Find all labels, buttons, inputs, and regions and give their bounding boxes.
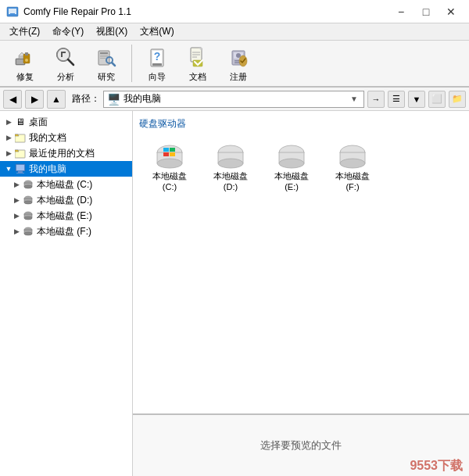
svg-rect-2 — [10, 13, 15, 14]
drive-label-e: 本地磁盘 (E:) — [268, 170, 315, 191]
svg-rect-15 — [100, 55, 108, 55]
svg-rect-6 — [25, 52, 28, 55]
toolbar: 修复 分析 研究 — [0, 41, 469, 88]
tree-label-mycomputer: 我的电脑 — [29, 163, 66, 176]
tree-item-drive-e[interactable]: ▶ 本地磁盘 (E:) — [0, 208, 132, 224]
drive-item-d[interactable]: 本地磁盘 (D:) — [203, 140, 258, 195]
nav-bar: ◀ ▶ ▲ 路径： 🖥️ ▼ → ☰ ▼ ⬜ 📁 — [0, 88, 469, 111]
svg-point-46 — [24, 185, 32, 188]
path-input[interactable] — [124, 94, 345, 105]
tree-expand-mydocs: ▶ — [3, 132, 14, 143]
menu-file[interactable]: 文件(Z) — [3, 23, 46, 40]
register-icon — [226, 45, 251, 70]
svg-text:?: ? — [154, 50, 161, 63]
svg-point-65 — [218, 159, 243, 168]
svg-point-71 — [340, 159, 365, 168]
drive-item-c[interactable]: 本地磁盘 (C:) — [142, 140, 197, 195]
research-icon — [94, 45, 119, 70]
toolbar-research-button[interactable]: 研究 — [88, 43, 125, 84]
tree-label-drive-d: 本地磁盘 (D:) — [37, 194, 92, 207]
tree-item-drive-f[interactable]: ▶ 本地磁盘 (F:) — [0, 224, 132, 239]
maximize-button[interactable]: □ — [414, 4, 438, 20]
drive-item-e[interactable]: 本地磁盘 (E:) — [264, 140, 319, 195]
tree-icon-drive-e — [22, 209, 34, 222]
nav-up-button[interactable]: ▲ — [47, 90, 66, 109]
svg-rect-23 — [152, 63, 162, 66]
drive-label-c: 本地磁盘 (C:) — [146, 170, 193, 191]
drive-item-f[interactable]: 本地磁盘 (F:) — [325, 140, 380, 195]
svg-rect-60 — [170, 148, 175, 152]
document-icon — [185, 45, 210, 70]
tree-item-drive-c[interactable]: ▶ 本地磁盘 (C:) — [0, 177, 132, 192]
tree-icon-mycomputer — [14, 163, 27, 175]
toolbar-register-button[interactable]: 注册 — [220, 43, 257, 84]
svg-rect-1 — [9, 9, 16, 14]
nav-extra-button1[interactable]: ⬜ — [428, 91, 446, 108]
nav-view-dropdown[interactable]: ▼ — [408, 91, 425, 108]
toolbar-analyze-button[interactable]: 分析 — [47, 43, 84, 84]
nav-back-button[interactable]: ◀ — [3, 90, 22, 109]
tree-icon-mydocs — [14, 131, 27, 144]
tree-label-drive-f: 本地磁盘 (F:) — [37, 225, 91, 238]
drive-label-d: 本地磁盘 (D:) — [207, 170, 254, 191]
watermark: 9553下载 — [410, 458, 463, 474]
toolbar-wizard-button[interactable]: ? 向导 — [138, 43, 176, 84]
drive-icon-f — [337, 144, 368, 169]
tree-expand-drive-c: ▶ — [11, 179, 22, 190]
close-button[interactable]: ✕ — [439, 4, 463, 20]
drive-icon-c — [154, 144, 185, 169]
tree-item-desktop[interactable]: ▶ 🖥 桌面 — [0, 114, 132, 130]
minimize-button[interactable]: − — [389, 4, 413, 20]
svg-point-55 — [24, 232, 32, 235]
tree-icon-desktop: 🖥 — [14, 116, 27, 128]
app-icon — [6, 5, 19, 18]
tree-item-recent[interactable]: ▶ 最近使用的文档 — [0, 145, 132, 161]
toolbar-document-button[interactable]: 文档 — [179, 43, 217, 84]
repair-label: 修复 — [16, 71, 34, 83]
right-panel-upper: 硬盘驱动器 — [133, 111, 469, 413]
menu-command[interactable]: 命令(Y) — [46, 23, 90, 40]
register-label: 注册 — [230, 71, 247, 83]
path-input-container[interactable]: 🖥️ ▼ — [103, 91, 364, 108]
tree-label-drive-e: 本地磁盘 (E:) — [37, 209, 92, 223]
svg-line-19 — [112, 63, 115, 66]
tree-label-mydocs: 我的文档 — [29, 131, 66, 145]
left-panel: ▶ 🖥 桌面 ▶ 我的文档 ▶ 最近使用的文档 — [0, 111, 133, 476]
repair-icon — [13, 45, 38, 70]
wizard-label: 向导 — [149, 71, 166, 83]
menu-view[interactable]: 视图(X) — [90, 23, 134, 40]
analyze-label: 分析 — [57, 71, 74, 83]
tree-item-mydocs[interactable]: ▶ 我的文档 — [0, 130, 132, 145]
svg-line-10 — [68, 59, 73, 65]
main-content: ▶ 🖥 桌面 ▶ 我的文档 ▶ 最近使用的文档 — [0, 111, 469, 476]
path-label: 路径： — [72, 92, 100, 106]
tree-icon-recent — [14, 147, 27, 159]
tree-item-mycomputer[interactable]: ▼ 我的电脑 — [0, 161, 132, 177]
svg-rect-12 — [61, 52, 66, 53]
svg-point-52 — [24, 217, 32, 220]
svg-rect-14 — [100, 52, 108, 54]
svg-rect-17 — [100, 58, 106, 59]
tree-item-drive-d[interactable]: ▶ 本地磁盘 (D:) — [0, 192, 132, 208]
toolbar-repair-button[interactable]: 修复 — [6, 43, 44, 84]
tree-expand-desktop: ▶ — [3, 116, 14, 127]
tree-expand-mycomputer: ▼ — [3, 163, 14, 174]
svg-rect-43 — [16, 173, 24, 174]
nav-extra-button2[interactable]: 📁 — [449, 91, 466, 108]
nav-go-button[interactable]: → — [367, 91, 385, 108]
path-bar: 🖥️ ▼ → ☰ ▼ ⬜ 📁 — [103, 91, 466, 108]
svg-rect-61 — [163, 152, 169, 156]
svg-point-7 — [25, 59, 28, 62]
tree-label-desktop: 桌面 — [29, 116, 48, 129]
nav-forward-button[interactable]: ▶ — [25, 90, 44, 109]
svg-marker-37 — [15, 134, 19, 136]
path-dropdown-button[interactable]: ▼ — [348, 91, 360, 107]
menu-doc[interactable]: 文档(W) — [134, 23, 180, 40]
svg-rect-16 — [100, 56, 108, 57]
tree-label-drive-c: 本地磁盘 (C:) — [37, 178, 92, 191]
nav-view-button[interactable]: ☰ — [388, 91, 405, 108]
research-label: 研究 — [98, 71, 115, 83]
tree-icon-drive-c — [22, 178, 34, 191]
document-label: 文档 — [189, 71, 206, 83]
svg-point-49 — [24, 201, 32, 204]
